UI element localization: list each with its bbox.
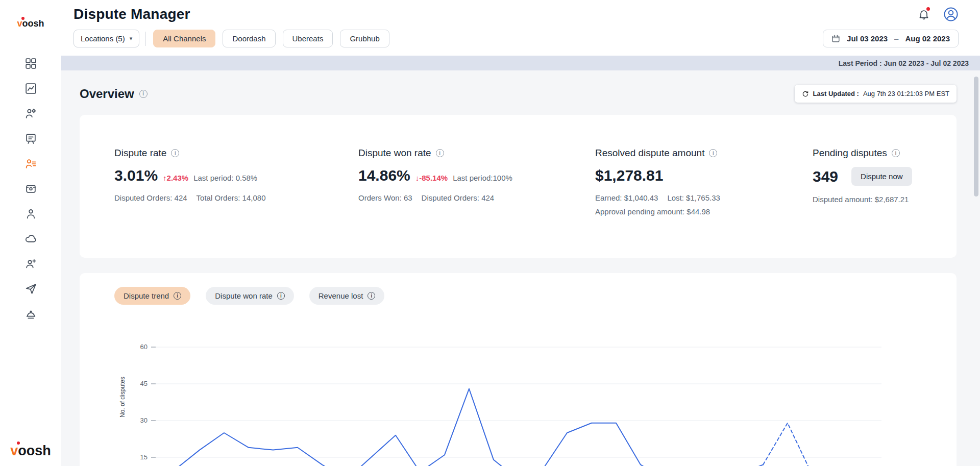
voosh-logo-mark: v [17,18,22,29]
info-icon[interactable]: i [436,149,444,157]
last-period-bar: Last Period : Jun 02 2023 - Jul 02 2023 [61,56,980,70]
page-title: Dispute Manager [74,6,190,22]
sidebar-item-payments[interactable] [20,183,41,196]
kpi-delta: ↓-85.14% [415,174,448,182]
content: Overview i Last Updated : Aug 7th 23 01:… [61,70,980,466]
analytics-icon [24,82,37,97]
tab-revenue-lost[interactable]: Revenue lost i [309,287,385,305]
tab-label: Revenue lost [318,291,363,300]
kpi-last-period: Last period:100% [453,174,512,182]
sidebar-item-add-team[interactable] [20,258,41,271]
kpi-value: $1,278.81 [595,167,663,184]
voosh-logo-text: oosh [22,18,44,29]
rocket-icon [24,282,37,297]
overview-title: Overview [80,87,134,101]
kpi-label: Dispute won rate [358,148,431,159]
kpi-resolved-dispute-amount: Resolved dispute amount i $1,278.81 Earn… [595,148,813,258]
dish-icon [24,307,37,322]
sidebar-item-reviews[interactable] [20,308,41,321]
bell-icon [918,13,930,22]
kpi-label: Resolved dispute amount [595,148,704,159]
sidebar-item-promotions[interactable] [20,283,41,296]
kpi-detail: Approval pending amount: $44.98 [595,207,813,216]
kpi-value: 3.01% [114,167,158,184]
info-icon[interactable]: i [892,149,900,157]
dispute-manager-icon [24,157,37,172]
notification-dot [926,7,930,11]
date-from: Jul 03 2023 [847,34,888,43]
sidebar-nav [20,58,41,321]
refresh-icon [802,90,809,97]
voosh-logo-mark: v [10,443,18,459]
chevron-down-icon: ▾ [130,35,133,42]
person-icon [24,207,37,222]
topbar: Dispute Manager Locations (5) ▾ All Chan… [61,0,980,56]
channel-chip-doordash[interactable]: Doordash [223,30,275,47]
channel-chip-all[interactable]: All Channels [153,30,215,47]
sidebar-item-dashboard[interactable] [20,58,41,71]
kpi-card: Dispute rate i 3.01% ↑2.43% Last period:… [80,115,957,258]
kpi-value: 14.86% [358,167,410,184]
kpi-detail: Disputed Orders: 424 [422,193,495,202]
tab-label: Dispute won rate [215,291,273,300]
voosh-logo-text: oosh [18,443,51,459]
voosh-logo-bottom: voosh [10,443,51,459]
last-updated-label: Last Updated : [813,90,859,97]
calendar-icon [831,34,840,43]
kpi-detail: Disputed Orders: 424 [114,193,187,202]
dispute-now-button[interactable]: Dispute now [851,167,912,186]
svg-text:60: 60 [140,343,148,351]
kpi-detail: Disputed amount: $2,687.21 [813,195,909,204]
channel-filter: All Channels Doordash Ubereats Grubhub [153,30,389,47]
date-separator: – [894,34,898,43]
locations-dropdown[interactable]: Locations (5) ▾ [74,30,139,47]
date-to: Aug 02 2023 [905,34,950,43]
last-updated-button[interactable]: Last Updated : Aug 7th 23 01:21:03 PM ES… [795,85,957,103]
menu-board-icon [24,132,37,147]
kpi-detail: Lost: $1,765.33 [667,193,720,202]
svg-text:15: 15 [140,453,148,461]
kpi-value: 349 [813,168,838,185]
add-team-icon [24,257,37,272]
channel-chip-ubereats[interactable]: Ubereats [283,30,333,47]
sidebar-item-user-settings[interactable] [20,108,41,121]
sidebar: voosh [0,0,61,466]
sidebar-item-cloud[interactable] [20,233,41,246]
kpi-delta: ↑2.43% [163,174,188,182]
kpi-dispute-won-rate: Dispute won rate i 14.86% ↓-85.14% Last … [358,148,595,258]
date-range-picker[interactable]: Jul 03 2023 – Aug 02 2023 [823,30,959,47]
voosh-logo: voosh [17,18,44,29]
sidebar-item-dispute-manager[interactable] [20,158,41,171]
scrollbar-thumb[interactable] [974,77,978,197]
channel-chip-grubhub[interactable]: Grubhub [340,30,389,47]
kpi-last-period: Last period: 0.58% [193,174,257,182]
user-avatar[interactable] [943,7,959,22]
tab-dispute-won-rate[interactable]: Dispute won rate i [206,287,294,305]
divider [145,32,146,46]
kpi-dispute-rate: Dispute rate i 3.01% ↑2.43% Last period:… [114,148,358,258]
info-icon[interactable]: i [171,149,179,157]
tab-dispute-trend[interactable]: Dispute trend i [114,287,190,305]
chart-card: Dispute trend i Dispute won rate i Reven… [80,273,957,466]
trend-line-chart: 015304560 [80,322,957,466]
last-updated-value: Aug 7th 23 01:21:03 PM EST [863,90,949,97]
main-area: Dispute Manager Locations (5) ▾ All Chan… [61,0,980,466]
kpi-label: Dispute rate [114,148,166,159]
kpi-detail: Earned: $1,040.43 [595,193,658,202]
sidebar-item-profile[interactable] [20,208,41,221]
cloud-icon [24,232,37,247]
wallet-icon [24,182,37,197]
locations-label: Locations (5) [81,34,125,43]
info-icon[interactable]: i [174,292,181,300]
notifications-button[interactable] [918,8,930,20]
svg-text:45: 45 [140,380,148,387]
info-icon[interactable]: i [277,292,285,300]
kpi-detail: Orders Won: 63 [358,193,412,202]
sidebar-item-menu-board[interactable] [20,133,41,146]
sidebar-item-analytics[interactable] [20,83,41,96]
info-icon[interactable]: i [368,292,375,300]
user-settings-icon [24,107,37,122]
dispute-trend-chart: No. of disputes 015304560 [80,322,957,466]
info-icon[interactable]: i [709,149,717,157]
info-icon[interactable]: i [139,90,148,98]
